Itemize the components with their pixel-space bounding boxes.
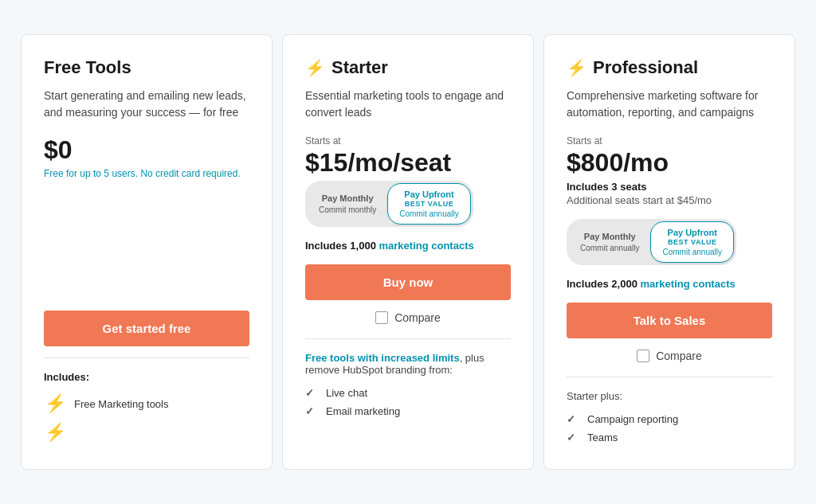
professional-toggle-annual-label: Pay Upfront (662, 227, 721, 238)
professional-feature-campaigns: ✓ Campaign reporting (567, 413, 772, 425)
starter-feature-email-marketing-text: Email marketing (326, 405, 400, 417)
starter-marketing-contacts: Includes 1,000 marketing contacts (305, 240, 511, 252)
free-tools-price: $0 (44, 135, 249, 165)
professional-divider (567, 377, 772, 377)
professional-feature-campaigns-text: Campaign reporting (587, 413, 678, 425)
starter-bolt-icon: ⚡ (305, 58, 325, 77)
starter-title-text: Starter (332, 57, 388, 78)
professional-card: ⚡ Professional Comprehensive marketing s… (543, 34, 795, 471)
starter-toggle-monthly-sublabel: Commit monthly (319, 205, 376, 215)
check-icon-teams: ✓ (567, 432, 579, 443)
professional-seats-note: Additional seats start at $45/mo (567, 194, 772, 206)
starter-features-intro-link: Free tools with increased limits (305, 352, 460, 364)
starter-feature-live-chat: ✓ Live chat (305, 387, 511, 399)
starter-divider (305, 338, 511, 339)
free-tools-feature-marketing: ⚡ Free Marketing tools (44, 393, 249, 415)
professional-features-intro: Starter plus: (567, 390, 772, 402)
pricing-container: Free Tools Start generating and emailing… (16, 34, 800, 471)
free-tools-divider (44, 357, 249, 358)
professional-seats-info: Includes 3 seats (567, 181, 772, 193)
free-tools-cta-button[interactable]: Get started free (44, 311, 249, 346)
starter-feature-live-chat-text: Live chat (326, 387, 367, 399)
free-tools-description: Start generating and emailing new leads,… (44, 88, 249, 121)
starter-contacts-link: marketing contacts (379, 240, 474, 252)
free-tools-includes-label: Includes: (44, 371, 249, 383)
professional-toggle-annual-sublabel: Commit annually (662, 247, 721, 257)
free-tools-card: Free Tools Start generating and emailing… (21, 34, 273, 471)
professional-compare-row: Compare (567, 350, 772, 362)
starter-title: ⚡ Starter (305, 57, 511, 78)
starter-toggle-annual-sublabel: Commit annually (399, 209, 458, 219)
check-icon-campaigns: ✓ (567, 413, 579, 425)
free-tools-feature-extra: ⚡ (44, 421, 249, 443)
starter-compare-label: Compare (394, 311, 441, 324)
starter-feature-email-marketing: ✓ Email marketing (305, 405, 511, 417)
starter-features-intro: Free tools with increased limits, plus r… (305, 352, 511, 376)
professional-title-text: Professional (593, 57, 698, 78)
starter-compare-row: Compare (305, 311, 511, 324)
professional-compare-checkbox[interactable] (637, 350, 649, 362)
professional-title: ⚡ Professional (567, 57, 772, 78)
professional-features-intro-text: Starter plus: (567, 390, 622, 402)
starter-toggle-annual-label: Pay Upfront (399, 189, 458, 200)
professional-compare-label: Compare (656, 350, 702, 362)
starter-starts-at: Starts at (305, 135, 511, 147)
bolt-orange-icon: ⚡ (44, 393, 66, 415)
professional-toggle-annual[interactable]: Pay Upfront BEST VALUE Commit annually (650, 221, 733, 264)
starter-card: ⚡ Starter Essential marketing tools to e… (282, 34, 534, 471)
professional-toggle-monthly-sublabel: Commit annually (580, 243, 639, 253)
starter-price: $15/mo/seat (305, 148, 511, 178)
professional-feature-teams: ✓ Teams (567, 432, 772, 443)
starter-description: Essential marketing tools to engage and … (305, 88, 511, 121)
professional-description: Comprehensive marketing software for aut… (567, 88, 772, 121)
professional-marketing-contacts: Includes 2,000 marketing contacts (567, 278, 772, 290)
professional-toggle-best-value: BEST VALUE (662, 238, 721, 248)
free-tools-feature-text: Free Marketing tools (74, 398, 169, 410)
starter-compare-checkbox[interactable] (375, 311, 388, 324)
professional-starts-at: Starts at (567, 135, 772, 147)
free-tools-price-note: Free for up to 5 users. No credit card r… (44, 168, 249, 179)
professional-contacts-link: marketing contacts (641, 278, 736, 290)
free-tools-title: Free Tools (44, 57, 249, 78)
check-icon-live-chat: ✓ (305, 387, 318, 399)
professional-bolt-icon: ⚡ (567, 58, 586, 77)
professional-toggle-monthly-label: Pay Monthly (580, 231, 639, 242)
starter-toggle-annual[interactable]: Pay Upfront BEST VALUE Commit annually (387, 183, 470, 225)
bolt-orange-icon-2: ⚡ (44, 421, 66, 443)
starter-toggle-monthly-label: Pay Monthly (319, 193, 376, 204)
starter-toggle-group[interactable]: Pay Monthly Commit monthly Pay Upfront B… (305, 181, 473, 228)
starter-toggle-monthly[interactable]: Pay Monthly Commit monthly (308, 188, 387, 219)
professional-toggle-monthly[interactable]: Pay Monthly Commit annually (569, 226, 650, 257)
professional-toggle-group[interactable]: Pay Monthly Commit annually Pay Upfront … (567, 219, 736, 266)
professional-price: $800/mo (567, 148, 772, 178)
check-icon-email-marketing: ✓ (305, 405, 318, 417)
professional-cta-button[interactable]: Talk to Sales (567, 303, 772, 338)
free-tools-title-text: Free Tools (44, 57, 131, 78)
professional-feature-teams-text: Teams (587, 432, 618, 443)
starter-toggle-best-value: BEST VALUE (399, 200, 458, 209)
starter-cta-button[interactable]: Buy now (305, 264, 511, 300)
